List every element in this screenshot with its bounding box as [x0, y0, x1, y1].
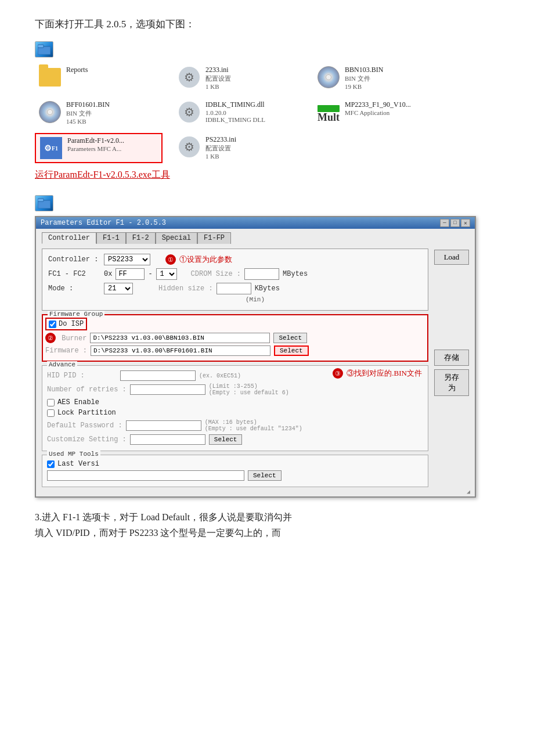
- fc1-select[interactable]: 1: [156, 268, 177, 280]
- hidden-input[interactable]: [217, 283, 251, 294]
- explorer-icon2-section: [35, 195, 499, 211]
- tab-f1-1[interactable]: F1-1: [96, 232, 126, 244]
- customize-select-button[interactable]: Select: [209, 434, 243, 445]
- mbytes-label: MBytes: [283, 270, 308, 278]
- gear-icon-2233: ⚙: [178, 66, 201, 89]
- lock-partition-row: Lock Partition: [47, 409, 423, 417]
- mp-path-input[interactable]: [47, 470, 244, 481]
- password-label: Default Password :: [47, 422, 122, 430]
- mp-group: Used MP Tools Last Versi Select: [42, 455, 428, 487]
- burner-label: ② Burner: [45, 333, 86, 343]
- file-name-ps2233ini: PS2233.ini: [205, 135, 236, 144]
- mp-select-button[interactable]: Select: [248, 470, 282, 481]
- resize-handle[interactable]: ◢: [467, 488, 474, 495]
- file-type-2233ini: 配置设置: [205, 74, 231, 83]
- file-item-reports[interactable]: Reports: [35, 63, 163, 92]
- hex-prefix: 0x: [104, 270, 112, 278]
- file-name-mp2233: MP2233_F1_90_V10...: [345, 100, 411, 109]
- do-isp-checkbox[interactable]: [49, 321, 56, 328]
- bottom-line1: 3.进入 F1-1 选项卡，对于 Load Default，很多人说是要取消勾并: [35, 509, 499, 525]
- lock-partition-label: Lock Partition: [57, 409, 116, 417]
- fc1-dash: -: [148, 270, 152, 278]
- explorer-icon: [35, 41, 53, 57]
- tab-f1-fp[interactable]: F1-FP: [197, 232, 231, 244]
- file-size-bff01601: 145 KB: [66, 118, 110, 125]
- annotation2-circle: ②: [45, 333, 57, 342]
- file-type-idblk: 1.0.20.0: [205, 109, 265, 116]
- last-versi-row: Last Versi: [47, 460, 423, 468]
- fc1-input[interactable]: [116, 268, 145, 280]
- file-item-bff01601[interactable]: BFF01601.BIN BIN 文件 145 KB: [35, 98, 163, 127]
- tab-special[interactable]: Special: [156, 232, 197, 244]
- password-hint2: (Empty : use default "1234"): [205, 426, 302, 432]
- window-side-buttons: Load 存储 另存为: [434, 249, 469, 491]
- file-item-bbn103[interactable]: BBN103.BIN BIN 文件 19 KB: [313, 63, 441, 92]
- do-isp-highlighted-box: Do ISP: [45, 318, 87, 330]
- tab-bar: Controller F1-1 F1-2 Special F1-FP: [42, 232, 469, 244]
- explorer-icon2: [35, 195, 53, 211]
- burner-path-input[interactable]: [90, 333, 270, 343]
- svg-rect-3: [38, 199, 44, 201]
- last-versi-checkbox[interactable]: [47, 460, 55, 468]
- kbytes-label: KBytes: [255, 285, 280, 293]
- controller-select[interactable]: PS2233: [104, 254, 150, 265]
- close-button[interactable]: ✕: [461, 219, 470, 227]
- file-type-mp2233: MFC Application: [345, 109, 411, 116]
- file-item-2233ini[interactable]: ⚙ 2233.ini 配置设置 1 KB: [174, 63, 302, 92]
- hid-pid-input[interactable]: [120, 370, 196, 381]
- retries-label: Number of retries :: [47, 386, 127, 394]
- file-name-bff01601: BFF01601.BIN: [66, 100, 110, 109]
- file-size-ps2233ini: 1 KB: [205, 153, 236, 160]
- burner-row: ② Burner Select: [45, 333, 425, 343]
- cd-icon-bff01601: [38, 100, 62, 124]
- file-name-idblk: IDBLK_TIMING.dll: [205, 100, 265, 109]
- controller-label: Controller :: [48, 255, 100, 264]
- cdrom-label: CDROM Size :: [191, 270, 241, 278]
- save-as-button[interactable]: 另存为: [434, 369, 469, 396]
- file-size-bbn103: 19 KB: [345, 83, 383, 90]
- password-row: Default Password : (MAX :16 bytes) (Empt…: [47, 419, 423, 432]
- annotation1: ① ①设置为此参数: [165, 254, 232, 265]
- minimize-button[interactable]: ─: [440, 219, 449, 227]
- burner-select-button[interactable]: Select: [273, 333, 307, 343]
- firmware-group: Firmware Group Do ISP ② B: [42, 314, 428, 362]
- cdrom-input[interactable]: [244, 268, 279, 280]
- retries-row: Number of retries : (Limit :3-255) (Empt…: [47, 383, 423, 396]
- firmware-select-button[interactable]: Select: [274, 345, 309, 356]
- last-versi-label: Last Versi: [57, 460, 99, 468]
- file-type-bbn103: BIN 文件: [345, 74, 383, 83]
- mode-label: Mode :: [48, 285, 100, 293]
- tab-f1-2[interactable]: F1-2: [126, 232, 156, 244]
- min-label: (Min): [246, 296, 265, 303]
- tab-controller[interactable]: Controller: [42, 232, 96, 244]
- annotation1-circle: ①: [165, 254, 176, 265]
- file-item-mp2233[interactable]: Mult MP2233_F1_90_V10... MFC Application: [313, 98, 441, 127]
- aes-checkbox[interactable]: [47, 399, 55, 406]
- retries-input[interactable]: [130, 384, 205, 395]
- file-item-idblk[interactable]: ⚙ IDBLK_TIMING.dll 1.0.20.0 IDBLK_TIMING…: [174, 98, 302, 127]
- customize-input[interactable]: [130, 434, 205, 445]
- lock-partition-checkbox[interactable]: [47, 409, 55, 417]
- window-titlebar: Parameters Editor F1 - 2.0.5.3 ─ □ ✕: [36, 217, 475, 229]
- restore-button[interactable]: □: [450, 219, 460, 227]
- file-size-idblk: IDBLK_TIMING DLL: [205, 116, 265, 123]
- file-name-reports: Reports: [66, 66, 88, 74]
- file-type-ps2233ini: 配置设置: [205, 144, 236, 153]
- password-input[interactable]: [126, 420, 201, 431]
- bottom-text: 3.进入 F1-1 选项卡，对于 Load Default，很多人说是要取消勾并…: [35, 509, 499, 541]
- file-item-paramedt[interactable]: ⚙F1 ParamEdt-F1-v2.0... Parameters MFC A…: [35, 133, 163, 163]
- password-hint1: (MAX :16 bytes): [205, 419, 302, 426]
- fc1-label: FC1 - FC2: [48, 270, 100, 278]
- mode-row: Mode : 21 Hidden size : KBytes: [48, 283, 422, 294]
- fc1-row: FC1 - FC2 0x - 1 CDROM Size : MBytes: [48, 268, 422, 280]
- firmware-path-input[interactable]: [91, 345, 270, 356]
- load-button[interactable]: Load: [434, 250, 469, 265]
- svg-rect-1: [38, 45, 44, 48]
- controller-form: Controller : PS2233 ① ①设置为此参数 FC1 - FC2: [42, 249, 428, 311]
- file-size-2233ini: 1 KB: [205, 83, 231, 90]
- intro-text: 下面来打开工具 2.0.5，选项如下图：: [35, 17, 499, 31]
- save-button[interactable]: 存储: [434, 350, 469, 366]
- mode-select[interactable]: 21: [104, 283, 133, 294]
- file-item-ps2233ini[interactable]: ⚙ PS2233.ini 配置设置 1 KB: [174, 133, 302, 163]
- aes-label: AES Enable: [57, 398, 99, 406]
